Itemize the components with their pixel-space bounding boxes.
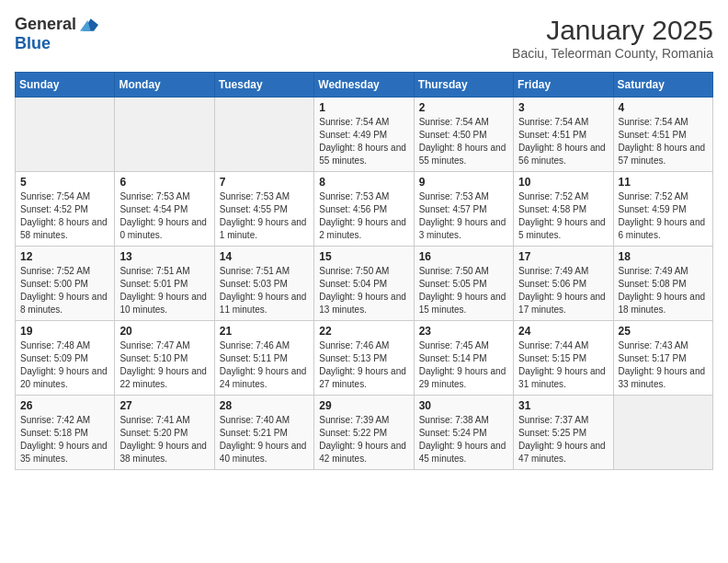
calendar-cell: 13Sunrise: 7:51 AMSunset: 5:01 PMDayligh…: [115, 247, 214, 321]
weekday-header-tuesday: Tuesday: [214, 73, 313, 98]
day-info: Sunrise: 7:46 AMSunset: 5:11 PMDaylight:…: [220, 339, 309, 391]
day-info: Sunrise: 7:37 AMSunset: 5:25 PMDaylight:…: [518, 414, 608, 465]
day-info: Sunrise: 7:42 AMSunset: 5:18 PMDaylight:…: [20, 414, 109, 465]
calendar-cell: 30Sunrise: 7:38 AMSunset: 5:24 PMDayligh…: [414, 396, 513, 470]
calendar-cell: 24Sunrise: 7:44 AMSunset: 5:15 PMDayligh…: [514, 321, 613, 396]
day-number: 9: [419, 176, 508, 189]
day-info: Sunrise: 7:54 AMSunset: 4:51 PMDaylight:…: [518, 116, 608, 167]
calendar-cell: [115, 98, 214, 172]
day-number: 17: [518, 250, 608, 263]
day-number: 13: [119, 250, 209, 263]
weekday-header-friday: Friday: [514, 73, 613, 98]
day-number: 27: [119, 399, 209, 412]
day-number: 19: [20, 325, 109, 338]
calendar-cell: 19Sunrise: 7:48 AMSunset: 5:09 PMDayligh…: [16, 321, 115, 396]
month-title: January 2025: [512, 15, 713, 46]
day-info: Sunrise: 7:54 AMSunset: 4:49 PMDaylight:…: [319, 116, 408, 167]
day-info: Sunrise: 7:52 AMSunset: 5:00 PMDaylight:…: [20, 265, 109, 316]
day-number: 2: [419, 101, 508, 114]
day-info: Sunrise: 7:48 AMSunset: 5:09 PMDaylight:…: [20, 339, 109, 391]
calendar-cell: 5Sunrise: 7:54 AMSunset: 4:52 PMDaylight…: [16, 172, 115, 247]
location-text: Baciu, Teleorman County, Romania: [512, 46, 713, 61]
day-info: Sunrise: 7:46 AMSunset: 5:13 PMDaylight:…: [319, 339, 408, 391]
calendar-week-4: 19Sunrise: 7:48 AMSunset: 5:09 PMDayligh…: [16, 321, 713, 396]
calendar-cell: [16, 98, 115, 172]
day-number: 21: [220, 325, 309, 338]
day-info: Sunrise: 7:38 AMSunset: 5:24 PMDaylight:…: [419, 414, 508, 465]
title-block: January 2025 Baciu, Teleorman County, Ro…: [512, 15, 713, 61]
day-number: 12: [20, 250, 109, 263]
day-info: Sunrise: 7:51 AMSunset: 5:03 PMDaylight:…: [220, 265, 309, 316]
day-info: Sunrise: 7:47 AMSunset: 5:10 PMDaylight:…: [119, 339, 209, 391]
day-number: 16: [419, 250, 508, 263]
day-number: 20: [119, 325, 209, 338]
calendar-table: SundayMondayTuesdayWednesdayThursdayFrid…: [15, 72, 713, 470]
day-info: Sunrise: 7:44 AMSunset: 5:15 PMDaylight:…: [518, 339, 608, 391]
day-info: Sunrise: 7:45 AMSunset: 5:14 PMDaylight:…: [419, 339, 508, 391]
day-number: 1: [319, 101, 408, 114]
day-number: 31: [518, 399, 608, 412]
day-info: Sunrise: 7:54 AMSunset: 4:52 PMDaylight:…: [20, 190, 109, 242]
weekday-header-saturday: Saturday: [613, 73, 712, 98]
calendar-cell: 25Sunrise: 7:43 AMSunset: 5:17 PMDayligh…: [613, 321, 712, 396]
calendar-cell: 8Sunrise: 7:53 AMSunset: 4:56 PMDaylight…: [314, 172, 414, 247]
day-number: 8: [319, 176, 408, 189]
calendar-cell: 11Sunrise: 7:52 AMSunset: 4:59 PMDayligh…: [613, 172, 712, 247]
calendar-cell: 10Sunrise: 7:52 AMSunset: 4:58 PMDayligh…: [514, 172, 613, 247]
day-info: Sunrise: 7:41 AMSunset: 5:20 PMDaylight:…: [119, 414, 209, 465]
logo-general-text: General: [15, 15, 76, 34]
calendar-cell: 28Sunrise: 7:40 AMSunset: 5:21 PMDayligh…: [214, 396, 313, 470]
day-number: 6: [119, 176, 209, 189]
logo-icon: [80, 16, 98, 34]
calendar-week-3: 12Sunrise: 7:52 AMSunset: 5:00 PMDayligh…: [16, 247, 713, 321]
day-number: 18: [619, 250, 708, 263]
day-number: 4: [619, 101, 708, 114]
day-number: 11: [619, 176, 708, 189]
day-info: Sunrise: 7:40 AMSunset: 5:21 PMDaylight:…: [220, 414, 309, 465]
day-number: 24: [518, 325, 608, 338]
calendar-cell: 2Sunrise: 7:54 AMSunset: 4:50 PMDaylight…: [414, 98, 513, 172]
day-info: Sunrise: 7:50 AMSunset: 5:05 PMDaylight:…: [419, 265, 508, 316]
day-info: Sunrise: 7:50 AMSunset: 5:04 PMDaylight:…: [319, 265, 408, 316]
calendar-cell: [214, 98, 313, 172]
day-number: 10: [518, 176, 608, 189]
weekday-header-sunday: Sunday: [16, 73, 115, 98]
calendar-cell: 1Sunrise: 7:54 AMSunset: 4:49 PMDaylight…: [314, 98, 414, 172]
calendar-cell: 3Sunrise: 7:54 AMSunset: 4:51 PMDaylight…: [514, 98, 613, 172]
day-number: 23: [419, 325, 508, 338]
calendar-cell: 12Sunrise: 7:52 AMSunset: 5:00 PMDayligh…: [16, 247, 115, 321]
weekday-header-wednesday: Wednesday: [314, 73, 414, 98]
day-number: 25: [619, 325, 708, 338]
day-info: Sunrise: 7:54 AMSunset: 4:51 PMDaylight:…: [619, 116, 708, 167]
day-number: 15: [319, 250, 408, 263]
day-info: Sunrise: 7:54 AMSunset: 4:50 PMDaylight:…: [419, 116, 508, 167]
day-number: 3: [518, 101, 608, 114]
weekday-header-monday: Monday: [115, 73, 214, 98]
calendar-cell: [613, 396, 712, 470]
calendar-cell: 16Sunrise: 7:50 AMSunset: 5:05 PMDayligh…: [414, 247, 513, 321]
day-info: Sunrise: 7:51 AMSunset: 5:01 PMDaylight:…: [119, 265, 209, 316]
day-info: Sunrise: 7:49 AMSunset: 5:06 PMDaylight:…: [518, 265, 608, 316]
calendar-cell: 29Sunrise: 7:39 AMSunset: 5:22 PMDayligh…: [314, 396, 414, 470]
calendar-cell: 7Sunrise: 7:53 AMSunset: 4:55 PMDaylight…: [214, 172, 313, 247]
day-number: 14: [220, 250, 309, 263]
day-info: Sunrise: 7:53 AMSunset: 4:57 PMDaylight:…: [419, 190, 508, 242]
calendar-cell: 21Sunrise: 7:46 AMSunset: 5:11 PMDayligh…: [214, 321, 313, 396]
calendar-week-1: 1Sunrise: 7:54 AMSunset: 4:49 PMDaylight…: [16, 98, 713, 172]
calendar-cell: 15Sunrise: 7:50 AMSunset: 5:04 PMDayligh…: [314, 247, 414, 321]
day-info: Sunrise: 7:52 AMSunset: 4:58 PMDaylight:…: [518, 190, 608, 242]
day-info: Sunrise: 7:53 AMSunset: 4:55 PMDaylight:…: [220, 190, 309, 242]
day-number: 28: [220, 399, 309, 412]
calendar-cell: 4Sunrise: 7:54 AMSunset: 4:51 PMDaylight…: [613, 98, 712, 172]
calendar-cell: 9Sunrise: 7:53 AMSunset: 4:57 PMDaylight…: [414, 172, 513, 247]
day-number: 30: [419, 399, 508, 412]
calendar-week-5: 26Sunrise: 7:42 AMSunset: 5:18 PMDayligh…: [16, 396, 713, 470]
logo: General Blue: [15, 15, 98, 53]
calendar-cell: 23Sunrise: 7:45 AMSunset: 5:14 PMDayligh…: [414, 321, 513, 396]
weekday-header-thursday: Thursday: [414, 73, 513, 98]
day-info: Sunrise: 7:53 AMSunset: 4:56 PMDaylight:…: [319, 190, 408, 242]
calendar-cell: 20Sunrise: 7:47 AMSunset: 5:10 PMDayligh…: [115, 321, 214, 396]
calendar-week-2: 5Sunrise: 7:54 AMSunset: 4:52 PMDaylight…: [16, 172, 713, 247]
day-info: Sunrise: 7:49 AMSunset: 5:08 PMDaylight:…: [619, 265, 708, 316]
page-header: General Blue January 2025 Baciu, Teleorm…: [15, 15, 713, 61]
